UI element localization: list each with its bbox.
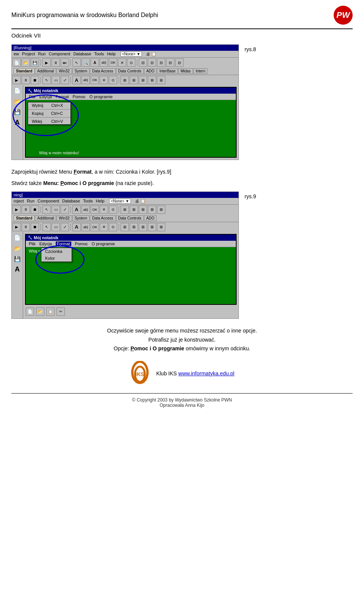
tb2r-pause[interactable]: ⏸ <box>22 205 30 214</box>
tb2-ok2[interactable]: OK <box>91 76 99 84</box>
form-menu-edycja[interactable]: Edycja <box>39 94 52 99</box>
tab2-dataaccess[interactable]: Data Access <box>90 215 116 221</box>
tab-standard[interactable]: Standard <box>14 68 35 74</box>
menu-ew[interactable]: ew <box>14 52 19 56</box>
tb-zoom[interactable]: 🔍 <box>82 58 90 67</box>
tb2-g5[interactable]: ⊞ <box>157 76 165 84</box>
tb2-r2[interactable]: ⊙ <box>109 76 117 84</box>
ctx-kopiuj[interactable]: KopiujCtrl+C <box>28 110 71 116</box>
form2-menu-oprog[interactable]: O programie <box>92 242 115 246</box>
menu-database[interactable]: Database <box>73 52 91 56</box>
tb2r2-play[interactable]: ▶ <box>13 223 21 231</box>
menu-run[interactable]: Run <box>38 52 46 56</box>
menu2-run[interactable]: Run <box>27 199 35 204</box>
tb-align5[interactable]: ⊟ <box>175 58 184 67</box>
menu2-database[interactable]: Database <box>62 199 80 204</box>
tb2r2-g1[interactable]: ⊞ <box>121 223 129 231</box>
menu-help[interactable]: Help <box>107 52 116 56</box>
form-menu-format[interactable]: Format <box>56 94 69 99</box>
tb2r-play[interactable]: ▶ <box>13 205 21 214</box>
tb-abt[interactable]: ab| <box>100 58 108 67</box>
tb2r-g4[interactable]: ⊞ <box>148 205 156 214</box>
tb2-g2[interactable]: ⊞ <box>130 76 138 84</box>
tb2-bold[interactable]: A <box>72 76 81 84</box>
tb2r2-g3[interactable]: ⊞ <box>139 223 147 231</box>
tab-dataaccess[interactable]: Data Access <box>90 68 116 74</box>
tb2r2-pause[interactable]: ⏸ <box>22 223 30 231</box>
ctx-wklej[interactable]: WklejCtrl+V <box>28 118 71 124</box>
tab2-standard[interactable]: Standard <box>14 215 35 221</box>
tb2-cursor[interactable]: ↖ <box>42 76 51 84</box>
form2-menu-plik[interactable]: Plik <box>29 242 36 246</box>
btb-3[interactable]: 📋 <box>46 307 55 316</box>
tab-midas[interactable]: Midas <box>178 68 193 74</box>
tb2-g3[interactable]: ⊞ <box>139 76 147 84</box>
format-kolor[interactable]: Kolor <box>41 255 72 262</box>
form-menu-oprog[interactable]: O programie <box>89 94 113 99</box>
tb2r-r[interactable]: ⊙ <box>109 205 117 214</box>
tab-datacontrols[interactable]: Data Controls <box>116 68 144 74</box>
form-menu-plik[interactable]: Plik <box>29 94 36 99</box>
form2-menu-edycja[interactable]: Edycja <box>39 242 52 246</box>
tb2r2-abt[interactable]: ab| <box>82 223 90 231</box>
tb-align3[interactable]: ⊟ <box>157 58 165 67</box>
tab2-ado[interactable]: ADO <box>144 215 157 221</box>
tb2-abt2[interactable]: ab| <box>82 76 90 84</box>
tb2r2-rect[interactable]: ▭ <box>52 223 60 231</box>
tb2r-abt[interactable]: ab| <box>82 205 90 214</box>
tb-play[interactable]: ▶ <box>42 58 51 67</box>
tab-ado[interactable]: ADO <box>144 68 157 74</box>
tb2r-cursor[interactable]: ↖ <box>42 205 51 214</box>
tb2r-x[interactable]: ✕ <box>100 205 108 214</box>
tb2r2-g2[interactable]: ⊞ <box>130 223 138 231</box>
tb-step[interactable]: ⏭ <box>61 58 69 67</box>
menu2-component[interactable]: Component <box>38 199 59 204</box>
btb-2[interactable]: 📂 <box>36 307 44 316</box>
menu-component[interactable]: Component <box>49 52 71 56</box>
tb2r-ok[interactable]: OK <box>91 205 99 214</box>
tb2r2-move[interactable]: ⤢ <box>61 223 69 231</box>
tb-text[interactable]: A <box>91 58 99 67</box>
tb2r-g5[interactable]: ⊞ <box>157 205 165 214</box>
tb-save[interactable]: 💾 <box>31 58 39 67</box>
tb-pointer[interactable]: ↖ <box>72 58 81 67</box>
tb2-rect[interactable]: ▭ <box>52 76 60 84</box>
tab-intern[interactable]: Intern <box>193 68 208 74</box>
menu2-roject[interactable]: roject <box>14 199 24 204</box>
form2-menu-pomoc[interactable]: Pomoc <box>75 242 88 246</box>
btb-4[interactable]: ✂ <box>56 307 65 316</box>
tb2r-g1[interactable]: ⊞ <box>121 205 129 214</box>
tb-radio[interactable]: ⊙ <box>127 58 135 67</box>
tb2r2-cursor[interactable]: ↖ <box>42 223 51 231</box>
tab-system[interactable]: System <box>72 68 89 74</box>
ctx-wytnij[interactable]: WytnijCtrl+X <box>28 102 71 108</box>
tb2r2-x[interactable]: ✕ <box>100 223 108 231</box>
tab2-system[interactable]: System <box>72 215 89 221</box>
tb-ok[interactable]: OK <box>109 58 117 67</box>
form2-menu-format[interactable]: Format <box>56 242 71 246</box>
tb2-stop[interactable]: ⏹ <box>31 76 39 84</box>
menu-tools[interactable]: Tools <box>94 52 104 56</box>
tab-additional[interactable]: Additional <box>35 68 56 74</box>
tb2-x2[interactable]: ✕ <box>100 76 108 84</box>
menu2-help[interactable]: Help <box>96 199 105 204</box>
tb-align1[interactable]: ⊟ <box>139 58 147 67</box>
tb2r2-g5[interactable]: ⊞ <box>157 223 165 231</box>
tab2-additional[interactable]: Additional <box>35 215 56 221</box>
tab-win32[interactable]: Win32 <box>56 68 72 74</box>
tab2-datacontrols[interactable]: Data Controls <box>116 215 144 221</box>
website-link[interactable]: www.informatyka.edu.pl <box>178 370 234 376</box>
tb2r-stop[interactable]: ⏹ <box>31 205 39 214</box>
tb2r2-stop[interactable]: ⏹ <box>31 223 39 231</box>
form-menu-pomoc[interactable]: Pomoc <box>73 94 86 99</box>
tb-pause[interactable]: ⏸ <box>52 58 60 67</box>
tb2r-g2[interactable]: ⊞ <box>130 205 138 214</box>
tb-open[interactable]: 📂 <box>22 58 30 67</box>
tb2r2-bold[interactable]: A <box>72 223 81 231</box>
tb2r-bold[interactable]: A <box>72 205 81 214</box>
tb2r-g3[interactable]: ⊞ <box>139 205 147 214</box>
tb-align2[interactable]: ⊟ <box>148 58 156 67</box>
tb2-g4[interactable]: ⊞ <box>148 76 156 84</box>
tb2r-rect[interactable]: ▭ <box>52 205 60 214</box>
tb2r2-g4[interactable]: ⊞ <box>148 223 156 231</box>
